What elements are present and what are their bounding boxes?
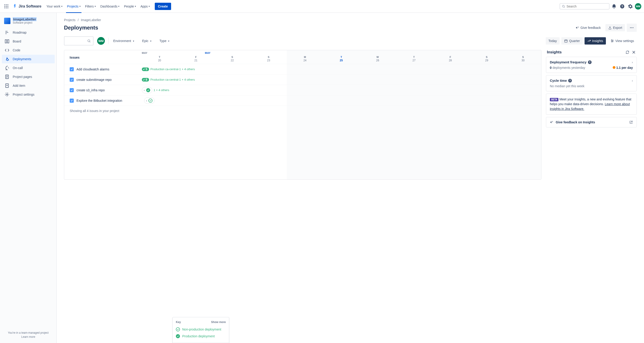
insights-panel: Insights Deployment frequency ? › 0 depl… <box>546 50 637 130</box>
issue-row[interactable]: Add cloudwatch alarms 5Production ca-cen… <box>64 64 541 74</box>
svg-line-30 <box>90 42 90 42</box>
svg-point-38 <box>611 40 612 41</box>
give-feedback-button[interactable]: Give feedback <box>573 24 604 31</box>
svg-point-28 <box>633 27 633 28</box>
svg-rect-5 <box>8 6 8 7</box>
help-icon[interactable]: ? <box>568 79 572 83</box>
calendar-icon <box>564 39 568 43</box>
project-icon <box>4 18 10 24</box>
more-button[interactable] <box>627 24 637 32</box>
day-26: W26 <box>360 50 396 64</box>
main-content: Projects / ImageLabeller Deployments Giv… <box>57 13 644 343</box>
svg-point-25 <box>6 94 8 95</box>
settings-icon[interactable] <box>627 3 634 10</box>
insights-toggle-button[interactable]: Insights <box>584 37 606 45</box>
breadcrumb-current[interactable]: ImageLabeller <box>81 18 101 22</box>
sidebar-item-project-pages[interactable]: Project pages <box>2 73 55 81</box>
assignee-filter-avatar[interactable]: WM <box>97 37 105 45</box>
sidebar-item-on-call[interactable]: On-call <box>2 64 55 72</box>
chevron-right-icon: › <box>632 61 633 64</box>
page-title: Deployments <box>64 25 98 31</box>
cycle-time-card[interactable]: Cycle time ? › No median yet this week <box>546 75 637 91</box>
user-avatar[interactable]: WM <box>635 3 641 10</box>
nav-people[interactable]: People▾ <box>122 3 138 10</box>
filter-environment[interactable]: Environment▾ <box>112 38 135 44</box>
beta-badge: BETA <box>550 98 558 101</box>
project-name: ImageLabeller <box>13 17 36 21</box>
day-27: T27 <box>396 50 432 64</box>
svg-line-10 <box>564 7 565 8</box>
sidebar-item-deployments[interactable]: Deployments <box>2 55 55 63</box>
svg-point-29 <box>88 40 90 42</box>
sidebar-item-add-item[interactable]: Add item <box>2 81 55 90</box>
project-sidebar: ImageLabeller Software project RoadmapBo… <box>0 13 57 343</box>
insights-title: Insights <box>547 50 562 55</box>
issue-row[interactable]: Explore the Bitbucket integration‹ <box>64 95 541 106</box>
issue-row[interactable]: create submitImage repo 6Production ca-c… <box>64 74 541 85</box>
svg-rect-1 <box>6 4 6 5</box>
help-icon[interactable]: ? <box>618 3 626 10</box>
svg-point-39 <box>612 41 613 41</box>
filter-epic[interactable]: Epic▾ <box>141 38 152 44</box>
nav-your-work[interactable]: Your work▾ <box>44 3 65 10</box>
sidebar-item-code[interactable]: Code <box>2 46 55 55</box>
notifications-icon[interactable] <box>610 3 618 10</box>
project-type: Software project <box>13 21 36 24</box>
chart-icon <box>587 39 591 43</box>
create-button[interactable]: Create <box>155 3 171 10</box>
today-button[interactable]: Today <box>546 37 560 45</box>
more-icon <box>630 26 634 30</box>
quarter-button[interactable]: Quarter <box>562 37 582 45</box>
svg-point-9 <box>562 5 564 7</box>
issue-search[interactable] <box>64 36 94 46</box>
beta-insights-card: BETA Meet your Insights, a new and evolv… <box>546 94 637 115</box>
megaphone-icon <box>550 120 554 124</box>
filter-toolbar: WM Environment▾Epic▾Type▾ Today Quarter … <box>64 36 637 46</box>
project-header[interactable]: ImageLabeller Software project <box>2 17 55 28</box>
breadcrumb: Projects / ImageLabeller <box>64 18 637 22</box>
help-icon[interactable]: ? <box>588 61 592 64</box>
day-23: S23 <box>250 50 287 64</box>
day-30: S30 <box>505 50 541 64</box>
nav-apps[interactable]: Apps▾ <box>138 3 152 10</box>
nav-filters[interactable]: Filters▾ <box>83 3 98 10</box>
day-22: S22 <box>214 50 250 64</box>
issue-row[interactable]: create s3_infra repo‹1 + 4 others <box>64 85 541 95</box>
svg-rect-6 <box>4 8 5 8</box>
global-search[interactable] <box>560 3 610 10</box>
nav-dashboards[interactable]: Dashboards▾ <box>98 3 122 10</box>
insights-feedback-card[interactable]: Give feedback on Insights <box>546 117 637 127</box>
show-more-link[interactable]: Show more <box>211 320 226 324</box>
legend-item: Production deployment <box>176 333 226 339</box>
svg-rect-4 <box>6 6 6 7</box>
chevron-right-icon: › <box>632 79 633 83</box>
nav-projects[interactable]: Projects▾ <box>65 3 83 10</box>
sidebar-item-roadmap[interactable]: Roadmap <box>2 28 55 37</box>
sidebar-item-project-settings[interactable]: Project settings <box>2 90 55 99</box>
search-input[interactable] <box>566 5 607 8</box>
deployment-timeline: Issues MAY MAY T20F21S22S23M24T25W26T27F… <box>64 50 542 180</box>
day-28: F28 <box>432 50 468 64</box>
view-settings-button[interactable]: View settings <box>608 37 637 45</box>
day-29: S29 <box>468 50 505 64</box>
sidebar-item-board[interactable]: Board <box>2 37 55 46</box>
close-icon[interactable] <box>632 50 636 54</box>
logo-text: Jira Software <box>18 4 41 9</box>
breadcrumb-root[interactable]: Projects <box>64 18 76 22</box>
svg-rect-16 <box>5 40 6 43</box>
sliders-icon <box>610 39 614 43</box>
svg-rect-2 <box>8 4 8 5</box>
export-button[interactable]: Export <box>606 24 625 31</box>
learn-more-link[interactable]: Learn more <box>4 335 53 338</box>
jira-logo[interactable]: Jira Software <box>11 4 43 9</box>
svg-point-40 <box>612 42 612 42</box>
deployment-frequency-card[interactable]: Deployment frequency ? › 0 deployments y… <box>546 57 637 73</box>
svg-text:?: ? <box>621 5 623 8</box>
search-icon <box>87 39 91 43</box>
export-icon <box>608 26 612 30</box>
app-switcher-icon[interactable] <box>3 3 10 10</box>
svg-rect-0 <box>4 4 5 5</box>
svg-rect-7 <box>6 8 6 8</box>
refresh-icon[interactable] <box>626 50 630 54</box>
filter-type[interactable]: Type▾ <box>158 38 170 44</box>
